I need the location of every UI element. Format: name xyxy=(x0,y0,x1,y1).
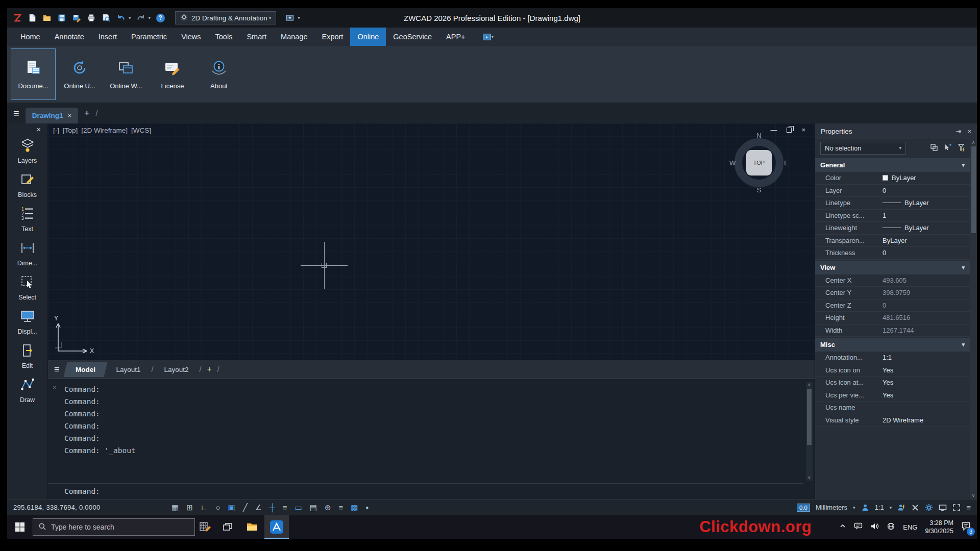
viewport-visual-style-control[interactable]: [2D Wireframe] xyxy=(81,127,128,134)
view-cube-compass[interactable]: N W E S TOP xyxy=(729,133,789,193)
taskbar-clock[interactable]: 3:28 PM 9/30/2025 xyxy=(925,519,953,535)
fullscreen-icon[interactable] xyxy=(952,504,961,512)
tray-chevron-icon[interactable] xyxy=(839,522,846,532)
workspace-selector[interactable]: 2D Drafting & Annotation ▾ xyxy=(175,11,276,24)
annotation-scale-value[interactable]: 1:1 xyxy=(875,504,884,511)
clean-screen-icon[interactable] xyxy=(939,504,947,512)
tab-online[interactable]: Online xyxy=(350,28,386,46)
tab-export[interactable]: Export xyxy=(314,28,350,46)
palette-item-dimension[interactable]: Dime... xyxy=(7,236,47,270)
units-caret-icon[interactable]: ▾ xyxy=(853,505,855,510)
snap-icon[interactable]: ⊞ xyxy=(186,503,193,512)
help-icon[interactable]: ? xyxy=(155,13,165,23)
action-center-icon[interactable]: 3 xyxy=(961,521,971,533)
scroll-down-icon[interactable]: ∨ xyxy=(972,493,975,498)
annotation-scale-icon[interactable] xyxy=(861,504,869,512)
selection-dropdown[interactable]: No selection ▾ xyxy=(820,142,906,155)
linetype-display-icon[interactable]: ╱ xyxy=(243,503,248,512)
command-input-line[interactable]: Command: xyxy=(48,483,803,499)
status-menu-icon[interactable]: ≡ xyxy=(966,503,971,512)
palette-item-blocks[interactable]: Blocks xyxy=(7,168,47,202)
palette-item-draw[interactable]: Draw xyxy=(7,373,47,407)
file-menu-icon[interactable]: ≡ xyxy=(13,108,19,119)
command-close-icon[interactable]: × xyxy=(53,384,57,391)
tab-app-plus[interactable]: APP+ xyxy=(439,28,472,46)
doc-close-icon[interactable]: × xyxy=(801,126,805,134)
palette-item-text[interactable]: 123 Text xyxy=(7,202,47,236)
viewport-menu-control[interactable]: [-] xyxy=(53,127,59,134)
document-button[interactable]: Docume... xyxy=(11,48,56,100)
drawing-canvas[interactable]: [-] [Top] [2D Wireframe] [WCS] — × N W E… xyxy=(48,123,815,360)
palette-item-display[interactable]: Displ... xyxy=(7,305,47,339)
redo-caret-icon[interactable]: ▾ xyxy=(149,15,151,20)
drawing-tab-close-icon[interactable]: × xyxy=(67,112,71,119)
selection-cycling-icon[interactable]: ▩ xyxy=(351,503,358,512)
compass-east[interactable]: E xyxy=(784,159,789,167)
property-row-thickness[interactable]: Thickness 0 xyxy=(815,247,970,260)
viewport-view-control[interactable]: [Top] xyxy=(63,127,78,134)
task-view-icon[interactable] xyxy=(215,515,240,539)
viewport-ucs-control[interactable]: [WCS] xyxy=(131,127,151,134)
tab-manage[interactable]: Manage xyxy=(274,28,314,46)
property-row-visual-style[interactable]: Visual style 2D Wireframe xyxy=(815,414,970,427)
new-drawing-tab-button[interactable]: + xyxy=(84,108,90,119)
tab-geoservice[interactable]: GeoService xyxy=(386,28,439,46)
palette-item-layers[interactable]: Layers xyxy=(7,134,47,168)
object-snap-icon[interactable]: ▣ xyxy=(228,503,235,512)
property-row-center-x[interactable]: Center X 493.605 xyxy=(815,274,970,287)
undo-caret-icon[interactable]: ▾ xyxy=(129,15,131,20)
object-tracking-icon[interactable]: ∠ xyxy=(255,503,262,512)
scale-caret-icon[interactable]: ▾ xyxy=(890,505,892,510)
new-file-icon[interactable] xyxy=(27,13,37,23)
tab-layout1[interactable]: Layout1 xyxy=(111,363,146,377)
workspace-icon[interactable]: ▪ xyxy=(366,503,369,512)
property-row-ucs-per-viewport[interactable]: Ucs per vie... Yes xyxy=(815,389,970,402)
redo-icon[interactable] xyxy=(136,13,146,23)
settings-gear-icon[interactable] xyxy=(925,504,933,512)
open-folder-icon[interactable] xyxy=(42,13,52,23)
grid-icon[interactable]: ▦ xyxy=(172,503,179,512)
transparency-icon[interactable]: ▤ xyxy=(310,503,317,512)
tab-tools[interactable]: Tools xyxy=(208,28,240,46)
property-row-center-y[interactable]: Center Y 398.9759 xyxy=(815,287,970,299)
property-row-height[interactable]: Height 481.6516 xyxy=(815,312,970,324)
undo-icon[interactable] xyxy=(116,13,126,23)
doc-restore-icon[interactable] xyxy=(787,128,792,133)
properties-scrollbar[interactable]: ∧ ∨ xyxy=(970,139,977,499)
tab-views[interactable]: Views xyxy=(174,28,208,46)
palette-close-icon[interactable]: × xyxy=(36,123,47,134)
ribbon-display-caret-icon[interactable]: ▾ xyxy=(492,34,494,39)
palette-item-edit[interactable]: Edit xyxy=(7,339,47,373)
autohide-icon[interactable]: ⇥ xyxy=(956,128,962,135)
online-window-button[interactable]: Online W... xyxy=(104,48,149,100)
dynamic-input-icon[interactable]: ≡ xyxy=(283,503,287,512)
drawing-tab[interactable]: Drawing1 × xyxy=(26,108,78,123)
compass-south[interactable]: S xyxy=(757,186,762,194)
tab-smart[interactable]: Smart xyxy=(239,28,274,46)
property-row-ucs-icon-on[interactable]: Ucs icon on Yes xyxy=(815,364,970,377)
online-update-button[interactable]: Online U... xyxy=(57,48,102,100)
property-row-lineweight[interactable]: Lineweight ByLayer xyxy=(815,222,970,235)
compass-west[interactable]: W xyxy=(729,159,736,167)
compass-north[interactable]: N xyxy=(756,132,761,139)
ribbon-display-icon[interactable]: ▴ xyxy=(483,34,491,40)
taskbar-search-input[interactable]: Type here to search xyxy=(33,518,195,536)
isolate-objects-icon[interactable] xyxy=(911,504,919,512)
select-objects-icon[interactable] xyxy=(944,143,952,153)
tab-home[interactable]: Home xyxy=(13,28,47,46)
property-row-width[interactable]: Width 1267.1744 xyxy=(815,324,970,337)
tab-layout2[interactable]: Layout2 xyxy=(159,363,193,377)
annotation-visibility-icon[interactable] xyxy=(897,504,905,512)
tooltip-icon[interactable] xyxy=(854,522,863,533)
tab-parametric[interactable]: Parametric xyxy=(124,28,174,46)
annotation-monitor-icon[interactable]: ⊕ xyxy=(325,503,331,512)
palette-item-select[interactable]: Select xyxy=(7,270,47,305)
property-row-annotation-scale[interactable]: Annotation... 1:1 xyxy=(815,352,970,364)
network-globe-icon[interactable] xyxy=(887,522,895,533)
tab-annotate[interactable]: Annotate xyxy=(47,28,91,46)
command-window[interactable]: × Command: Command: Command: Command: Co… xyxy=(48,379,815,499)
section-misc[interactable]: Misc ▾ xyxy=(815,338,970,352)
language-indicator[interactable]: ENG xyxy=(903,523,917,531)
save-as-icon[interactable] xyxy=(71,13,82,23)
polar-tracking-icon[interactable]: ○ xyxy=(215,503,220,512)
